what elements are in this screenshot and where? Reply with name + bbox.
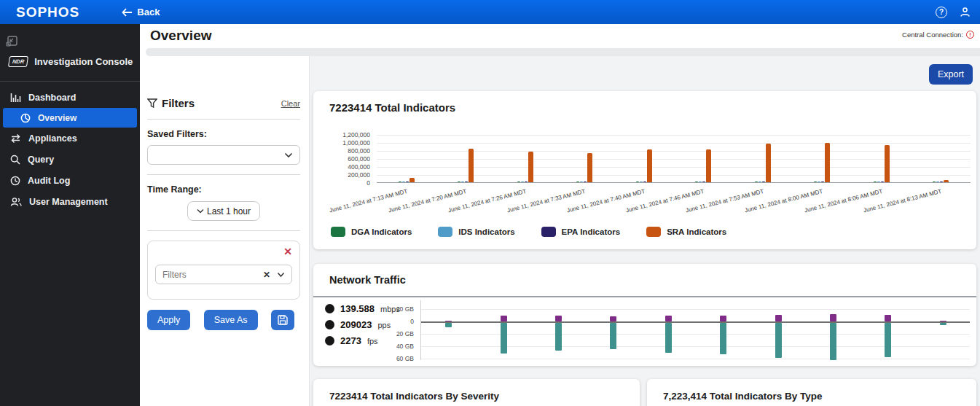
back-button[interactable]: Back	[122, 7, 160, 17]
clock-icon	[10, 176, 20, 186]
sidebar-item-query[interactable]: Query	[0, 149, 140, 170]
export-button[interactable]: Export	[929, 64, 973, 85]
sidebar-item-label: Appliances	[28, 133, 77, 144]
save-as-button[interactable]: Save As	[204, 310, 258, 330]
bullet-icon	[325, 336, 334, 346]
app-root: SOPHOS Back ? NDR Investigation Console …	[0, 0, 980, 406]
time-range-label: Time Range:	[147, 184, 300, 195]
time-range-select[interactable]: Last 1 hour	[187, 201, 260, 221]
bar-group	[852, 135, 912, 182]
sidebar-item-dashboard[interactable]: Dashboard	[0, 87, 140, 108]
bar-epa	[584, 181, 587, 182]
page-title: Overview	[150, 28, 212, 44]
app-title: Investigation Console	[34, 56, 133, 67]
warning-icon[interactable]: !	[966, 31, 974, 39]
divider	[147, 230, 300, 231]
y-tick-label: 0	[382, 318, 414, 325]
user-icon[interactable]	[959, 6, 971, 18]
network-bar-inbound	[555, 316, 562, 321]
bar-sra	[587, 153, 592, 182]
sidebar-item-label: Dashboard	[28, 93, 76, 103]
sidebar-item-label: Query	[28, 155, 54, 165]
network-bar-outbound	[501, 323, 507, 354]
bar-dga	[755, 181, 758, 182]
bar-group	[436, 135, 496, 182]
y-tick-label: 600,000	[310, 155, 370, 163]
sidebar-item-user-management[interactable]: User Management	[0, 191, 140, 212]
stat-unit: fps	[367, 337, 378, 346]
y-tick-label: 0	[310, 179, 370, 187]
gridline	[421, 359, 970, 359]
bar-chart-icon	[10, 93, 21, 103]
network-bar-outbound	[555, 323, 562, 351]
x-tick-label: June 11, 2024 at 7:26 AM MDT	[419, 188, 527, 221]
remove-filter-group-icon[interactable]: ✕	[283, 246, 292, 257]
search-icon	[10, 155, 20, 165]
filter-group: ✕ Filters ✕	[147, 241, 300, 300]
legend-swatch	[541, 227, 556, 237]
filter-type-select[interactable]: Filters ✕	[155, 265, 292, 284]
horizontal-scrollbar[interactable]	[146, 48, 980, 56]
bar-sra	[706, 149, 711, 182]
network-bar-inbound	[610, 316, 616, 321]
sidebar-item-overview[interactable]: Overview	[3, 108, 137, 128]
indicators-legend: DGA IndicatorsIDS IndicatorsEPA Indicato…	[331, 227, 726, 237]
stat-value: 139.588	[340, 303, 375, 314]
legend-item[interactable]: DGA Indicators	[331, 227, 412, 237]
bullet-icon	[325, 320, 334, 329]
sidebar-item-label: Audit Log	[28, 176, 70, 186]
bar-epa	[702, 181, 705, 182]
bar-ids	[936, 181, 939, 182]
clear-selection-icon[interactable]: ✕	[263, 270, 270, 280]
network-bar-inbound	[885, 315, 891, 321]
y-tick-label: 200,000	[310, 171, 370, 179]
total-indicators-title: 7223414 Total Indicators	[329, 101, 455, 114]
bar-epa	[762, 181, 765, 182]
legend-item[interactable]: IDS Indicators	[438, 227, 514, 237]
y-tick-label: 20 GB	[382, 330, 414, 337]
content-area: Filters Clear Saved Filters: Time Range:…	[140, 56, 980, 406]
bar-dga	[399, 181, 401, 182]
bar-group	[674, 135, 734, 182]
bar-group	[912, 135, 971, 182]
network-bar-inbound	[720, 316, 726, 322]
saved-filters-select[interactable]	[147, 145, 300, 165]
bar-ids	[640, 181, 643, 182]
bar-dga	[695, 181, 698, 182]
sidebar-nav: Dashboard Overview Appliances Query Audi…	[0, 87, 140, 212]
bar-group	[793, 135, 852, 182]
indicators-x-axis: June 11, 2024 at 7:13 AM MDTJune 11, 202…	[377, 186, 971, 224]
apply-button[interactable]: Apply	[147, 310, 190, 330]
bar-epa	[821, 181, 824, 182]
sidebar-item-audit-log[interactable]: Audit Log	[0, 170, 140, 191]
legend-label: EPA Indicators	[562, 227, 621, 236]
saved-filters-label: Saved Filters:	[147, 129, 300, 139]
y-tick-label: 1,000,000	[310, 139, 370, 147]
bar-dga	[933, 181, 936, 182]
x-tick-label: June 11, 2024 at 7:13 AM MDT	[300, 188, 408, 221]
x-tick-label: June 11, 2024 at 7:53 AM MDT	[656, 188, 764, 221]
bar-dga	[458, 181, 460, 182]
pie-chart-icon	[20, 113, 31, 123]
bar-dga	[874, 181, 877, 182]
network-plot	[420, 300, 970, 360]
help-icon[interactable]: ?	[936, 7, 947, 18]
bar-ids	[402, 181, 405, 182]
clear-filters-link[interactable]: Clear	[281, 99, 300, 108]
y-tick-label: 800,000	[310, 147, 370, 155]
sidebar-item-label: User Management	[29, 197, 108, 207]
total-indicators-card: 7223414 Total Indicators 1,200,0001,000,…	[313, 91, 976, 249]
save-filter-button[interactable]	[271, 310, 294, 330]
collapse-panel-icon[interactable]	[6, 36, 17, 47]
y-tick-label: 40 GB	[382, 343, 414, 350]
filter-actions: Apply Save As	[147, 310, 300, 330]
y-tick-label: 1,200,000	[310, 131, 370, 138]
sidebar-item-appliances[interactable]: Appliances	[0, 128, 140, 149]
legend-label: SRA Indicators	[667, 227, 726, 236]
bar-sra	[885, 145, 890, 182]
legend-item[interactable]: EPA Indicators	[541, 227, 621, 237]
network-bar-inbound	[940, 321, 946, 322]
central-connection-status: Central Connection: !	[902, 31, 974, 39]
network-traffic-title: Network Traffic	[329, 274, 406, 286]
legend-item[interactable]: SRA Indicators	[646, 227, 726, 237]
